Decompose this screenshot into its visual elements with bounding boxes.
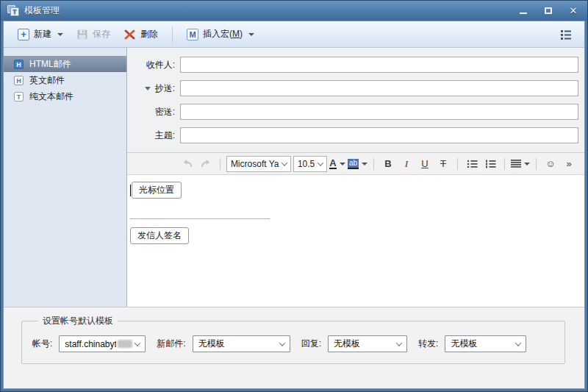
subject-label: 主题: (155, 129, 175, 142)
align-icon (511, 160, 521, 168)
toolbar-separator (220, 158, 220, 170)
numbered-list-button[interactable] (482, 156, 498, 172)
window-title: 模板管理 (24, 4, 517, 17)
bcc-label: 密送: (155, 106, 175, 118)
highlight-color-button[interactable]: ab (348, 156, 368, 172)
cursor-position-macro-chip[interactable]: 光标位置 (132, 182, 182, 199)
redo-button[interactable] (198, 156, 214, 172)
cc-input[interactable] (180, 80, 578, 96)
list-view-icon (560, 29, 572, 40)
insert-macro-button[interactable]: M 插入宏(M) (182, 26, 259, 43)
plus-icon: + (18, 29, 29, 40)
template-body-editor[interactable]: 光标位置 发信人签名 (127, 175, 584, 307)
bullet-list-button[interactable] (464, 156, 480, 172)
fieldset-legend: 设置帐号默认模板 (38, 315, 118, 327)
bcc-row: 密送: (127, 104, 584, 120)
undo-arrow-icon (182, 159, 193, 168)
text-template-icon: T (14, 92, 24, 101)
content-row: H HTML邮件 H 英文邮件 T 纯文本邮件 收件人: (4, 48, 584, 307)
list-view-button[interactable] (555, 27, 577, 42)
font-color-icon: A (329, 158, 336, 169)
template-editor-panel: 收件人: 抄送: 密送: 主题: (127, 48, 584, 307)
forward-template-value: 无模板 (451, 338, 513, 350)
account-select[interactable]: staff.chinabyte( (59, 335, 146, 352)
reply-template-select[interactable]: 无模板 (328, 335, 407, 352)
richtext-toolbar: Microsoft Yal 10.5 A ab (127, 152, 584, 175)
toolbar-separator (536, 158, 537, 170)
sidebar-item-label: 英文邮件 (29, 74, 65, 87)
to-input[interactable] (180, 57, 578, 73)
redacted-text (118, 340, 132, 348)
account-value: staff.chinabyte( (65, 339, 116, 349)
chevron-down-icon (248, 33, 254, 36)
redo-arrow-icon (200, 159, 212, 168)
chevron-down-icon (135, 340, 140, 346)
minimize-button[interactable] (517, 5, 530, 17)
undo-button[interactable] (179, 156, 196, 172)
client-area: + 新建 保存 删除 (3, 21, 585, 389)
new-button[interactable]: + 新建 (12, 26, 68, 43)
alignment-button[interactable] (511, 156, 530, 172)
default-template-row: 帐号: staff.chinabyte( 新邮件: 无模板 回复: 无模板 (32, 335, 554, 352)
signature-line: 发信人签名 (130, 227, 584, 244)
italic-button[interactable]: I (398, 156, 415, 172)
highlight-icon: ab (348, 159, 359, 169)
subject-input[interactable] (180, 127, 578, 143)
bcc-input[interactable] (180, 104, 578, 120)
strikethrough-button[interactable]: T (435, 156, 451, 172)
sender-signature-macro-chip[interactable]: 发信人签名 (130, 227, 189, 244)
toolbar-separator (504, 158, 505, 170)
reply-label: 回复: (301, 338, 321, 350)
bold-button[interactable]: B (380, 156, 396, 172)
sidebar-item-label: 纯文本邮件 (29, 90, 74, 103)
macro-m-icon: M (187, 29, 198, 40)
maximize-button[interactable] (542, 5, 555, 17)
cc-row: 抄送: (127, 80, 584, 96)
maximize-icon (545, 7, 552, 14)
forward-template-select[interactable]: 无模板 (445, 335, 526, 352)
chevron-down-icon (282, 160, 287, 165)
minimize-icon (520, 13, 527, 14)
html-template-icon: H (14, 76, 24, 85)
delete-button[interactable]: 删除 (118, 26, 163, 43)
forward-label: 转发: (418, 338, 438, 350)
app-icon: T (7, 5, 19, 16)
sidebar-item-label: HTML邮件 (29, 58, 71, 71)
new-mail-label: 新邮件: (157, 338, 185, 350)
font-size-select[interactable]: 10.5 (293, 156, 327, 172)
account-label: 帐号: (32, 338, 52, 350)
save-button[interactable]: 保存 (71, 26, 115, 43)
numbered-list-icon (485, 160, 496, 168)
underline-button[interactable]: U (417, 156, 433, 172)
toolbar-separator (457, 158, 458, 170)
mail-header-form: 收件人: 抄送: 密送: 主题: (127, 48, 584, 152)
floppy-icon (76, 29, 88, 40)
collapse-triangle-icon[interactable] (145, 87, 151, 90)
save-button-label: 保存 (93, 28, 110, 40)
insert-macro-label: 插入宏(M) (203, 28, 243, 40)
delete-button-label: 删除 (140, 28, 158, 40)
chevron-down-icon (524, 163, 530, 165)
text-caret (130, 185, 131, 196)
chevron-down-icon (396, 340, 402, 346)
sidebar-item-english-mail[interactable]: H 英文邮件 (4, 72, 126, 88)
font-family-select[interactable]: Microsoft Yal (226, 156, 291, 172)
new-mail-template-select[interactable]: 无模板 (193, 335, 290, 352)
sidebar-item-plaintext-mail[interactable]: T 纯文本邮件 (4, 88, 126, 104)
new-mail-template-value: 无模板 (198, 338, 277, 350)
chevron-down-icon (57, 33, 63, 36)
to-row: 收件人: (127, 57, 584, 73)
chevron-down-icon (318, 160, 323, 165)
emoji-button[interactable]: ☺ (542, 156, 559, 172)
close-button[interactable]: ✕ (567, 5, 580, 17)
font-color-button[interactable]: A (329, 156, 345, 172)
app-icon-front: T (10, 7, 19, 16)
more-tools-button[interactable]: » (561, 156, 577, 172)
cursor-position-line: 光标位置 (130, 182, 584, 199)
chevron-down-icon (279, 340, 284, 346)
signature-divider-line (130, 218, 270, 219)
toolbar-separator (172, 26, 173, 43)
template-list-sidebar: H HTML邮件 H 英文邮件 T 纯文本邮件 (4, 48, 127, 307)
titlebar: T 模板管理 ✕ (1, 1, 587, 21)
sidebar-item-html-mail[interactable]: H HTML邮件 (4, 56, 126, 72)
